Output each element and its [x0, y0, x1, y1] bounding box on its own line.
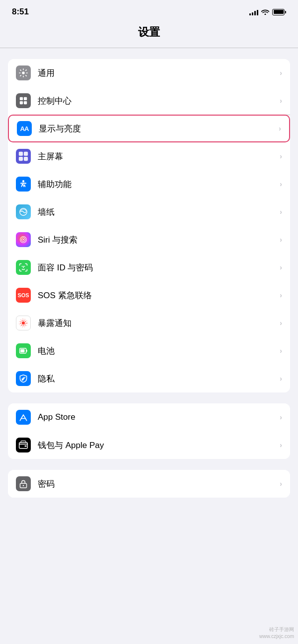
watermark: 砖子手游网www.czjxjc.com: [259, 626, 294, 640]
battery-label: 电池: [38, 345, 280, 357]
control-center-chevron: ›: [280, 97, 282, 105]
general-chevron: ›: [280, 69, 282, 77]
general-label: 通用: [38, 67, 280, 79]
svg-point-9: [22, 180, 24, 182]
settings-group-3: 密码 ›: [8, 470, 290, 498]
svg-rect-7: [19, 157, 23, 161]
svg-rect-5: [19, 152, 23, 156]
wallpaper-label: 墙纸: [38, 206, 280, 218]
control-center-icon: [16, 93, 31, 108]
settings-item-accessibility[interactable]: 辅助功能 ›: [8, 170, 290, 198]
privacy-chevron: ›: [280, 375, 282, 383]
password-icon: [16, 476, 31, 491]
siri-chevron: ›: [280, 236, 282, 244]
settings-item-exposure[interactable]: 暴露通知 ›: [8, 309, 290, 337]
svg-rect-6: [24, 152, 28, 156]
faceid-icon: [16, 260, 31, 275]
sos-icon: SOS: [16, 288, 31, 303]
wifi-icon: [261, 9, 269, 15]
accessibility-icon: [16, 177, 31, 192]
battery-chevron: ›: [280, 347, 282, 355]
svg-rect-1: [20, 97, 23, 100]
svg-rect-18: [20, 349, 24, 353]
page-title: 设置: [138, 26, 160, 38]
status-icons: [249, 9, 286, 15]
display-label: 显示与亮度: [39, 123, 279, 134]
settings-item-wallet[interactable]: 钱包与 Apple Pay ›: [8, 431, 290, 459]
svg-point-0: [22, 71, 24, 74]
svg-rect-8: [24, 157, 28, 161]
wallpaper-icon: [16, 204, 31, 219]
homescreen-chevron: ›: [280, 152, 282, 160]
display-chevron: ›: [279, 125, 281, 132]
status-bar: 8:51: [0, 0, 298, 21]
settings-item-display[interactable]: AA 显示与亮度 ›: [8, 115, 290, 142]
svg-rect-2: [24, 97, 27, 100]
battery-settings-icon: [16, 343, 31, 358]
faceid-chevron: ›: [280, 263, 282, 271]
settings-group-2: App Store › 钱包与 Apple Pay ›: [8, 403, 290, 459]
appstore-label: App Store: [38, 412, 280, 422]
status-time: 8:51: [12, 7, 29, 17]
appstore-icon: [16, 410, 31, 425]
svg-rect-19: [26, 350, 27, 352]
sos-chevron: ›: [280, 291, 282, 299]
svg-rect-4: [24, 101, 27, 104]
sos-label: SOS 紧急联络: [38, 290, 280, 301]
wallet-icon: [16, 438, 31, 452]
exposure-icon: [16, 316, 31, 330]
control-center-label: 控制中心: [38, 95, 280, 107]
display-icon: AA: [17, 121, 32, 136]
exposure-label: 暴露通知: [38, 318, 280, 329]
page-title-bar: 设置: [0, 21, 298, 48]
faceid-label: 面容 ID 与密码: [38, 262, 280, 273]
homescreen-label: 主屏幕: [38, 151, 280, 162]
svg-point-14: [22, 322, 25, 324]
password-chevron: ›: [280, 480, 282, 488]
appstore-chevron: ›: [280, 413, 282, 421]
wallet-label: 钱包与 Apple Pay: [38, 440, 280, 451]
settings-group-1: 通用 › 控制中心 › AA 显示与亮度 ›: [8, 59, 290, 392]
general-icon: [16, 65, 31, 80]
settings-item-appstore[interactable]: App Store ›: [8, 403, 290, 431]
siri-label: Siri 与搜索: [38, 234, 280, 246]
homescreen-icon: [16, 149, 31, 164]
settings-item-sos[interactable]: SOS SOS 紧急联络 ›: [8, 281, 290, 309]
svg-rect-3: [20, 101, 23, 104]
exposure-chevron: ›: [280, 319, 282, 327]
wallpaper-chevron: ›: [280, 208, 282, 216]
wallet-chevron: ›: [280, 441, 282, 449]
battery-icon: [272, 9, 286, 15]
siri-icon: [16, 232, 31, 247]
svg-point-23: [23, 485, 24, 486]
settings-item-homescreen[interactable]: 主屏幕 ›: [8, 142, 290, 170]
settings-item-wallpaper[interactable]: 墙纸 ›: [8, 198, 290, 226]
signal-icon: [249, 9, 258, 15]
privacy-icon: [16, 371, 31, 386]
settings-item-battery[interactable]: 电池 ›: [8, 337, 290, 365]
accessibility-label: 辅助功能: [38, 179, 280, 190]
accessibility-chevron: ›: [280, 180, 282, 188]
password-label: 密码: [38, 478, 280, 490]
settings-item-faceid[interactable]: 面容 ID 与密码 ›: [8, 254, 290, 281]
settings-item-siri[interactable]: Siri 与搜索 ›: [8, 226, 290, 254]
settings-item-password[interactable]: 密码 ›: [8, 470, 290, 498]
svg-rect-21: [25, 446, 27, 447]
settings-item-privacy[interactable]: 隐私 ›: [8, 365, 290, 392]
title-divider: [0, 48, 298, 48]
svg-point-13: [23, 239, 24, 241]
settings-item-control-center[interactable]: 控制中心 ›: [8, 87, 290, 115]
settings-item-general[interactable]: 通用 ›: [8, 59, 290, 87]
privacy-label: 隐私: [38, 373, 280, 385]
